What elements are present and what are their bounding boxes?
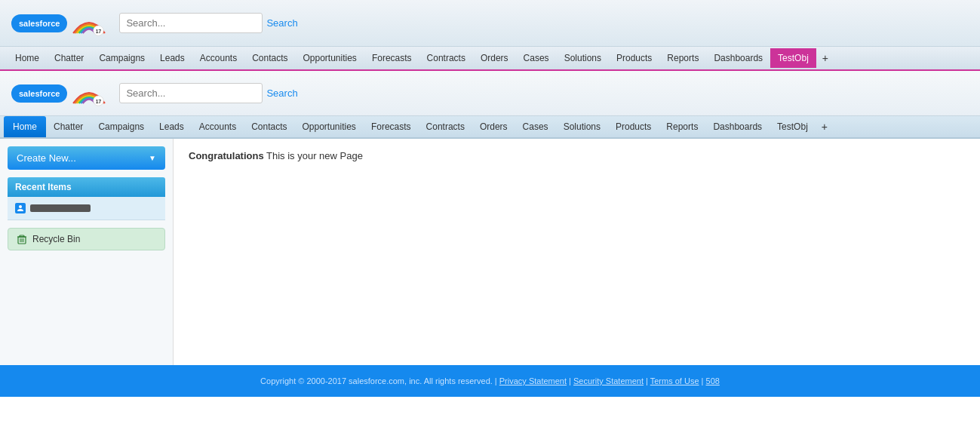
- main-content: Create New... ▼ Recent Items: [0, 139, 980, 365]
- second-nav-opportunities[interactable]: Opportunities: [295, 116, 364, 137]
- second-nav-testobj[interactable]: TestObj: [770, 116, 816, 137]
- second-nav-forecasts[interactable]: Forecasts: [364, 116, 419, 137]
- user-icon: [15, 203, 26, 213]
- footer-security-link[interactable]: Security Statement: [573, 376, 644, 385]
- top-nav-home[interactable]: Home: [8, 48, 47, 68]
- second-nav: Home Chatter Campaigns Leads Accounts Co…: [0, 116, 980, 139]
- top-nav-testobj[interactable]: TestObj: [770, 48, 816, 68]
- top-nav-contracts[interactable]: Contracts: [419, 48, 473, 68]
- top-nav-contacts[interactable]: Contacts: [244, 48, 295, 68]
- svg-text:17: 17: [96, 28, 102, 33]
- create-new-label: Create New...: [17, 152, 76, 164]
- create-new-button[interactable]: Create New... ▼: [8, 146, 165, 170]
- recycle-bin-label: Recycle Bin: [32, 234, 80, 244]
- top-search-button[interactable]: Search: [266, 17, 297, 29]
- recycle-bin-button[interactable]: Recycle Bin: [8, 228, 165, 250]
- top-nav-leads[interactable]: Leads: [152, 48, 192, 68]
- top-header: salesforce 17 Search: [0, 0, 980, 47]
- second-nav-campaigns[interactable]: Campaigns: [91, 116, 152, 137]
- top-nav-accounts[interactable]: Accounts: [192, 48, 244, 68]
- second-search-area: Search: [119, 83, 297, 103]
- footer-terms-link[interactable]: Terms of Use: [650, 376, 699, 385]
- second-salesforce-logo: salesforce: [11, 84, 67, 103]
- svg-rect-7: [20, 235, 24, 237]
- second-logo: salesforce 17: [11, 79, 108, 108]
- top-nav-dashboards[interactable]: Dashboards: [706, 48, 770, 68]
- second-header: salesforce 17 Search: [0, 71, 980, 116]
- recent-items-section: Recent Items: [8, 177, 165, 220]
- second-nav-plus[interactable]: +: [816, 116, 834, 137]
- top-nav-campaigns[interactable]: Campaigns: [91, 48, 152, 68]
- top-nav-products[interactable]: Products: [609, 48, 659, 68]
- salesforce-logo: salesforce: [11, 14, 67, 32]
- dropdown-arrow-icon: ▼: [149, 154, 156, 162]
- top-search-area: Search: [119, 13, 297, 33]
- second-nav-solutions[interactable]: Solutions: [556, 116, 608, 137]
- sidebar: Create New... ▼ Recent Items: [0, 139, 174, 365]
- footer: Copyright © 2000-2017 salesforce.com, in…: [0, 365, 980, 397]
- second-nav-reports[interactable]: Reports: [659, 116, 705, 137]
- top-logo: salesforce 17: [11, 9, 108, 38]
- footer-508-link[interactable]: 508: [706, 376, 720, 385]
- second-nav-dashboards[interactable]: Dashboards: [705, 116, 770, 137]
- svg-text:17: 17: [96, 98, 102, 103]
- second-nav-products[interactable]: Products: [608, 116, 659, 137]
- second-nav-chatter[interactable]: Chatter: [46, 116, 91, 137]
- second-search-input[interactable]: [119, 83, 263, 103]
- page-content-area: Congratulations This is your new Page: [174, 139, 980, 365]
- top-nav-plus[interactable]: +: [816, 49, 834, 67]
- second-nav-cases[interactable]: Cases: [515, 116, 556, 137]
- top-nav-forecasts[interactable]: Forecasts: [364, 48, 419, 68]
- top-nav-solutions[interactable]: Solutions: [557, 48, 609, 68]
- recent-item-name: [30, 204, 91, 212]
- footer-privacy-link[interactable]: Privacy Statement: [499, 376, 567, 385]
- second-nav-orders[interactable]: Orders: [472, 116, 515, 137]
- footer-copyright: Copyright © 2000-2017 salesforce.com, in…: [260, 376, 497, 385]
- congrats-text: This is your new Page: [264, 150, 363, 161]
- recent-items-list: [8, 197, 165, 220]
- top-search-input[interactable]: [119, 13, 263, 33]
- second-rainbow-icon: 17: [70, 79, 108, 108]
- second-nav-leads[interactable]: Leads: [152, 116, 192, 137]
- top-nav-opportunities[interactable]: Opportunities: [296, 48, 364, 68]
- top-nav: Home Chatter Campaigns Leads Accounts Co…: [0, 47, 980, 71]
- second-nav-accounts[interactable]: Accounts: [192, 116, 244, 137]
- svg-point-4: [19, 205, 22, 208]
- recent-items-header: Recent Items: [8, 177, 165, 197]
- top-nav-orders[interactable]: Orders: [473, 48, 516, 68]
- second-search-button[interactable]: Search: [266, 88, 297, 99]
- top-nav-cases[interactable]: Cases: [516, 48, 557, 68]
- top-nav-reports[interactable]: Reports: [659, 48, 706, 68]
- second-nav-contracts[interactable]: Contracts: [419, 116, 472, 137]
- top-nav-chatter[interactable]: Chatter: [47, 48, 91, 68]
- congratulations-message: Congratulations This is your new Page: [189, 150, 965, 161]
- list-item[interactable]: [8, 197, 165, 220]
- rainbow-icon: 17: [70, 9, 108, 38]
- second-nav-contacts[interactable]: Contacts: [244, 116, 294, 137]
- recycle-bin-icon: [16, 233, 28, 245]
- second-nav-home[interactable]: Home: [4, 116, 46, 137]
- congrats-label: Congratulations: [189, 150, 264, 161]
